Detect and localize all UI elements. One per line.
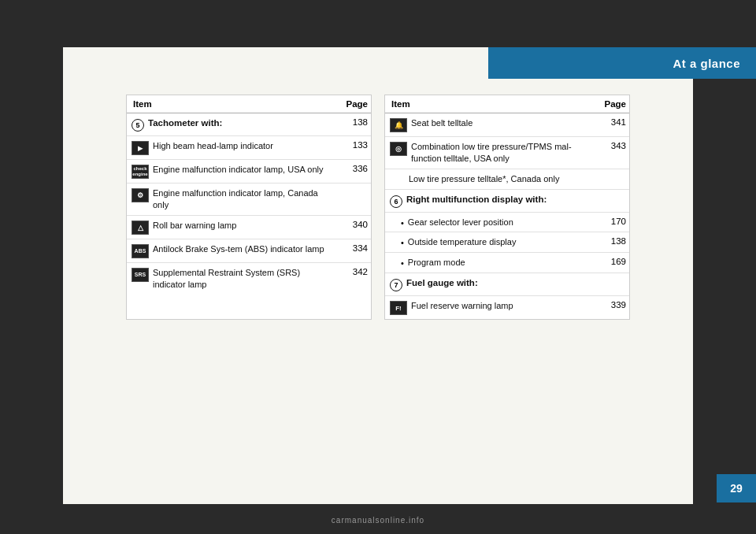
right-table-header: Item Page (385, 95, 629, 113)
table-row: 6 Right multifunction display with: (385, 190, 629, 213)
row-label: Engine malfunction indicator lamp, Canad… (153, 187, 327, 211)
row-item: ◎ Combination low tire pressure/TPMS mal… (385, 137, 590, 169)
table-row: checkengine Engine malfunction indicator… (127, 160, 371, 184)
row-page: 170 (590, 213, 629, 230)
table-row: • Program mode 169 (385, 253, 629, 273)
left-table: Item Page 5 Tachometer with: 138 ▶ High … (126, 95, 372, 320)
row-label: Engine malfunction indicator lamp, USA o… (153, 164, 323, 176)
row-page (590, 190, 629, 198)
row-label: Fuel gauge with: (406, 277, 478, 290)
row-label: Fuel reserve warning lamp (411, 300, 513, 312)
right-table: Item Page 🔔 Seat belt telltale 341 ◎ Com… (384, 95, 630, 320)
row-item: 7 Fuel gauge with: (385, 273, 590, 295)
left-col-item-header: Item (127, 95, 332, 113)
tpms-icon: ◎ (390, 142, 407, 156)
row-label: Seat belt telltale (411, 117, 472, 129)
row-item: ABS Antilock Brake Sys-tem (ABS) indicat… (127, 239, 332, 262)
row-label: Supplemental Restraint System (SRS) indi… (153, 267, 327, 291)
row-label: Right multifunction display with: (406, 194, 547, 206)
row-item: • Outside temperature display (385, 232, 590, 252)
row-label: Combination low tire pressure/TPMS mal-f… (411, 141, 585, 165)
row-item: SRS Supplemental Restraint System (SRS) … (127, 263, 332, 295)
page-number: 29 (717, 474, 756, 502)
row-page: 169 (590, 253, 629, 270)
section-number: 6 (390, 195, 402, 208)
row-item: ⚙ Engine malfunction indicator lamp, Can… (127, 184, 332, 215)
row-label: Tachometer with: (148, 117, 222, 130)
check-engine-icon: checkengine (132, 165, 149, 179)
srs-icon: SRS (132, 268, 149, 282)
row-page: 138 (590, 232, 629, 250)
left-col-page-header: Page (332, 95, 371, 113)
row-page (590, 273, 629, 281)
table-row: ABS Antilock Brake Sys-tem (ABS) indicat… (127, 239, 371, 263)
row-page: 340 (332, 216, 371, 233)
row-item: • Gear selector lever position (385, 213, 590, 232)
table-row: • Gear selector lever position 170 (385, 213, 629, 233)
row-label: Program mode (408, 257, 465, 269)
abs-icon: ABS (132, 244, 149, 258)
table-row: Low tire pressure telltale*, Canada only (385, 169, 629, 190)
table-row: • Outside temperature display 138 (385, 232, 629, 253)
row-label: High beam head-lamp indicator (153, 140, 273, 152)
row-page (332, 184, 371, 191)
row-page (590, 169, 629, 177)
right-col-page-header: Page (590, 95, 629, 113)
row-page: 341 (590, 113, 629, 131)
row-item: 🔔 Seat belt telltale (385, 113, 590, 136)
row-item: Low tire pressure telltale*, Canada only (385, 169, 590, 189)
row-page: 339 (590, 296, 629, 313)
table-row: 5 Tachometer with: 138 (127, 113, 371, 136)
section-number: 5 (132, 119, 144, 132)
right-col-item-header: Item (385, 95, 590, 113)
fuel-warning-icon: F! (390, 301, 407, 315)
seatbelt-icon: 🔔 (390, 118, 407, 132)
row-page: 133 (332, 136, 371, 154)
engine-canada-icon: ⚙ (132, 188, 149, 202)
header-title: At a glance (673, 57, 740, 70)
table-row: 🔔 Seat belt telltale 341 (385, 113, 629, 137)
table-row: ◎ Combination low tire pressure/TPMS mal… (385, 137, 629, 169)
watermark: carmanualsonline.info (332, 516, 424, 525)
indicator-icon: ▶ (132, 141, 149, 155)
header-bar: At a glance (488, 47, 756, 79)
section-number: 7 (390, 279, 402, 291)
row-item: 5 Tachometer with: (127, 113, 332, 135)
left-table-header: Item Page (127, 95, 371, 113)
table-row: 7 Fuel gauge with: (385, 273, 629, 296)
row-page: 334 (332, 239, 371, 257)
table-row: SRS Supplemental Restraint System (SRS) … (127, 263, 371, 295)
row-item: checkengine Engine malfunction indicator… (127, 160, 332, 183)
row-item: △ Roll bar warning lamp (127, 216, 332, 239)
row-page: 342 (332, 263, 371, 280)
table-row: F! Fuel reserve warning lamp 339 (385, 296, 629, 319)
row-item: F! Fuel reserve warning lamp (385, 296, 590, 319)
table-row: ⚙ Engine malfunction indicator lamp, Can… (127, 184, 371, 216)
table-row: ▶ High beam head-lamp indicator 133 (127, 136, 371, 160)
row-page: 343 (590, 137, 629, 154)
row-label: Outside temperature display (408, 236, 517, 248)
row-label: Low tire pressure telltale*, Canada only (409, 173, 559, 185)
row-item: 6 Right multifunction display with: (385, 190, 590, 212)
row-label: Roll bar warning lamp (153, 220, 236, 232)
row-label: Gear selector lever position (408, 217, 513, 228)
row-label: Antilock Brake Sys-tem (ABS) indicator l… (153, 243, 324, 255)
rollbar-icon: △ (132, 221, 149, 235)
row-item: • Program mode (385, 253, 590, 273)
row-item: ▶ High beam head-lamp indicator (127, 136, 332, 159)
row-page: 138 (332, 113, 371, 131)
table-row: △ Roll bar warning lamp 340 (127, 216, 371, 239)
row-page: 336 (332, 160, 371, 177)
tables-wrapper: Item Page 5 Tachometer with: 138 ▶ High … (126, 95, 630, 320)
